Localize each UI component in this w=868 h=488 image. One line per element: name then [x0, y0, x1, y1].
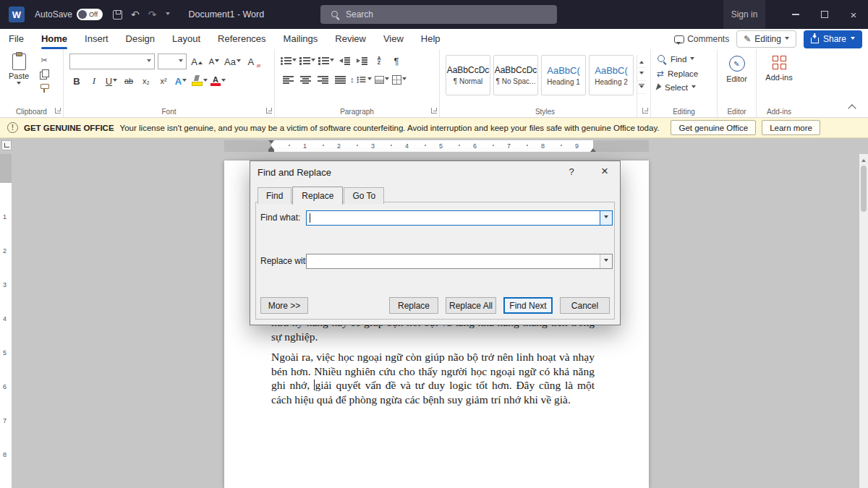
replace-with-dropdown-button[interactable]	[600, 254, 612, 268]
tab-design[interactable]: Design	[117, 29, 163, 49]
replace-button[interactable]: ⇄ Replace	[657, 69, 711, 79]
find-what-input[interactable]	[306, 210, 613, 226]
sort-button[interactable]: AZ	[372, 53, 386, 68]
right-indent-marker[interactable]	[590, 145, 596, 152]
justify-button[interactable]	[333, 72, 347, 87]
numbering-button[interactable]	[299, 53, 315, 68]
customize-toolbar-icon[interactable]	[166, 12, 170, 17]
minimize-button[interactable]	[781, 0, 810, 29]
tab-review[interactable]: Review	[326, 29, 375, 49]
decrease-indent-button[interactable]	[337, 53, 352, 68]
save-icon[interactable]	[113, 10, 122, 20]
cancel-button[interactable]: Cancel	[560, 297, 610, 314]
tab-file[interactable]: File	[0, 29, 33, 49]
line-spacing-button[interactable]: ↕	[350, 72, 372, 87]
align-center-button[interactable]	[298, 72, 312, 87]
align-left-button[interactable]	[281, 72, 295, 87]
dialog-tab-goto[interactable]: Go To	[344, 187, 384, 204]
tab-home[interactable]: Home	[33, 29, 76, 49]
tab-references[interactable]: References	[209, 29, 274, 49]
bold-button[interactable]: B	[69, 74, 84, 88]
share-button[interactable]: Share	[804, 30, 862, 48]
addins-button-label[interactable]: Add-ins	[765, 73, 792, 82]
paste-button[interactable]: Paste	[3, 53, 35, 113]
comments-button[interactable]: Comments	[674, 34, 729, 44]
undo-icon[interactable]: ↶	[131, 9, 140, 20]
increase-indent-button[interactable]	[354, 53, 369, 68]
shading-button[interactable]	[375, 72, 389, 87]
subscript-button[interactable]: x₂	[139, 74, 153, 88]
dialog-replace-button[interactable]: Replace	[389, 297, 438, 314]
paragraph-dialog-launcher-icon[interactable]	[431, 108, 437, 114]
styles-gallery-more-button[interactable]	[637, 81, 646, 94]
style-heading-1[interactable]: AaBbC( Heading 1	[541, 55, 586, 95]
show-paragraph-marks-button[interactable]: ¶	[389, 53, 404, 68]
more-button[interactable]: More >>	[260, 297, 308, 314]
styles-scroll-down-button[interactable]	[637, 68, 646, 81]
tab-view[interactable]: View	[375, 29, 412, 49]
replace-with-input[interactable]	[306, 254, 613, 269]
font-color-button[interactable]: A	[210, 74, 226, 88]
tab-help[interactable]: Help	[412, 29, 449, 49]
change-case-button[interactable]: Aa	[224, 54, 241, 69]
dialog-close-icon[interactable]: ×	[595, 163, 614, 180]
copy-icon[interactable]	[40, 69, 48, 79]
style-normal[interactable]: AaBbCcDc ¶ Normal	[446, 55, 490, 95]
redo-icon[interactable]: ↷	[148, 9, 157, 20]
autosave-switch[interactable]: Off	[77, 9, 103, 20]
addins-icon[interactable]	[773, 56, 786, 69]
dialog-tab-find[interactable]: Find	[258, 187, 292, 204]
style-no-spacing[interactable]: AaBbCcDc ¶ No Spac...	[493, 55, 538, 95]
font-name-combo[interactable]	[69, 53, 155, 69]
scrollbar-thumb[interactable]	[861, 166, 867, 212]
vertical-scrollbar[interactable]	[859, 154, 868, 488]
font-dialog-launcher-icon[interactable]	[266, 108, 272, 114]
shrink-font-button[interactable]: A	[207, 54, 221, 69]
tab-layout[interactable]: Layout	[163, 29, 209, 49]
sign-in-button[interactable]: Sign in	[723, 0, 765, 29]
select-button[interactable]: Select	[657, 83, 711, 92]
editor-icon[interactable]: ✎	[729, 56, 745, 72]
learn-more-button[interactable]: Learn more	[762, 120, 820, 135]
document-text[interactable]: hữu kỹ năng này sẽ giúp bạn nổi bật và t…	[271, 315, 595, 413]
replace-all-button[interactable]: Replace All	[446, 297, 496, 314]
tab-mailings[interactable]: Mailings	[275, 29, 327, 49]
autosave-toggle[interactable]: AutoSave Off	[35, 9, 103, 20]
format-painter-icon[interactable]	[40, 84, 48, 93]
word-logo-icon[interactable]: W	[9, 7, 25, 22]
superscript-button[interactable]: x²	[156, 74, 171, 88]
find-what-dropdown-button[interactable]	[600, 211, 612, 225]
underline-button[interactable]: U	[104, 74, 119, 88]
clear-formatting-button[interactable]: A	[244, 54, 258, 69]
strikethrough-button[interactable]: ab	[122, 74, 136, 88]
styles-dialog-launcher-icon[interactable]	[642, 108, 648, 114]
tab-stop-selector[interactable]	[1, 140, 12, 150]
dialog-tab-replace[interactable]: Replace	[292, 187, 343, 205]
highlight-button[interactable]	[191, 74, 208, 88]
cut-icon[interactable]: ✂	[41, 56, 47, 64]
text-effects-button[interactable]: A	[174, 74, 188, 88]
get-genuine-office-button[interactable]: Get genuine Office	[671, 120, 756, 135]
font-size-combo[interactable]	[158, 53, 187, 69]
bullets-button[interactable]	[281, 53, 297, 68]
editing-mode-button[interactable]: ✎ Editing	[736, 30, 796, 48]
close-button[interactable]: ×	[839, 0, 868, 29]
find-next-button[interactable]: Find Next	[503, 297, 553, 314]
style-heading-2[interactable]: AaBbC( Heading 2	[589, 55, 634, 95]
scroll-up-icon[interactable]	[861, 157, 866, 162]
align-right-button[interactable]	[315, 72, 330, 87]
tab-insert[interactable]: Insert	[76, 29, 117, 49]
left-indent-marker[interactable]	[268, 150, 274, 152]
multilevel-list-button[interactable]	[318, 53, 334, 68]
search-box[interactable]: Search	[320, 5, 557, 24]
find-button[interactable]: Find	[657, 54, 711, 64]
grow-font-button[interactable]: A	[190, 54, 204, 69]
borders-button[interactable]	[392, 72, 407, 87]
editor-button-label[interactable]: Editor	[726, 74, 747, 83]
clipboard-dialog-launcher-icon[interactable]	[55, 108, 61, 114]
dialog-help-icon[interactable]: ?	[565, 166, 578, 177]
hanging-indent-marker[interactable]	[268, 143, 274, 150]
paragraph[interactable]: Ngoài ra, việc học ngoại ngữ còn giúp nã…	[271, 350, 595, 406]
italic-button[interactable]: I	[87, 74, 101, 88]
styles-scroll-up-button[interactable]	[637, 55, 646, 68]
